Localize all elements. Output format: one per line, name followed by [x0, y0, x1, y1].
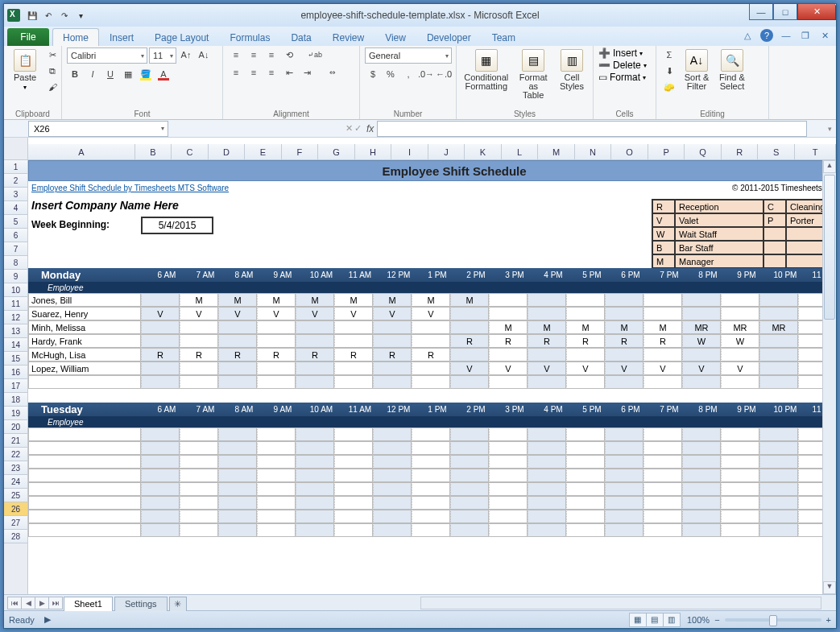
shift-slot[interactable] — [643, 375, 682, 389]
shift-slot[interactable]: R — [373, 348, 412, 361]
close-button[interactable]: ✕ — [797, 4, 836, 20]
shift-slot[interactable] — [373, 375, 412, 389]
shift-slot[interactable] — [218, 441, 257, 455]
shift-slot[interactable]: V — [141, 307, 180, 320]
column-header[interactable]: F — [282, 144, 319, 159]
shift-slot[interactable]: R — [566, 334, 605, 348]
paste-button[interactable]: 📋 Paste ▾ — [9, 48, 41, 93]
column-headers[interactable]: ABCDEFGHIJKLMNOPQRST — [28, 144, 836, 160]
shift-slot[interactable] — [218, 455, 257, 469]
shift-slot[interactable]: M — [643, 320, 682, 334]
shift-slot[interactable] — [528, 469, 566, 482]
week-beginning-date[interactable]: 5/4/2015 — [141, 217, 213, 234]
format-cells-button[interactable]: ▭Format▾ — [598, 72, 646, 83]
orientation-icon[interactable]: ⟲ — [281, 48, 297, 62]
shift-slot[interactable] — [759, 510, 798, 523]
row-header[interactable]: 27 — [4, 516, 27, 530]
shift-slot[interactable]: M — [218, 293, 257, 307]
shift-slot[interactable] — [218, 510, 257, 523]
currency-icon[interactable]: $ — [365, 67, 381, 81]
shift-slot[interactable] — [412, 334, 450, 348]
shift-slot[interactable] — [412, 428, 450, 441]
page-layout-view-icon[interactable]: ▤ — [646, 613, 664, 627]
tab-view[interactable]: View — [374, 28, 416, 46]
column-header[interactable]: A — [28, 144, 135, 159]
shift-slot[interactable] — [141, 482, 180, 496]
sheet-content[interactable]: Employee Shift ScheduleEmployee Shift Sc… — [28, 160, 836, 537]
shift-slot[interactable] — [296, 428, 334, 441]
shift-slot[interactable] — [759, 482, 798, 496]
tab-nav-prev-icon[interactable]: ◀ — [21, 597, 35, 609]
shift-slot[interactable] — [218, 375, 257, 389]
shift-slot[interactable] — [605, 523, 643, 537]
shift-slot[interactable] — [218, 361, 257, 375]
cut-icon[interactable]: ✂ — [44, 48, 60, 62]
comma-icon[interactable]: , — [400, 67, 416, 81]
column-header[interactable]: Q — [685, 144, 722, 159]
enter-formula-icon[interactable]: ✓ — [354, 123, 362, 134]
shift-slot[interactable] — [373, 523, 412, 537]
schedule-row[interactable]: 0 — [28, 375, 836, 389]
align-bottom-icon[interactable]: ≡ — [263, 48, 279, 62]
shift-slot[interactable] — [721, 307, 759, 320]
shift-slot[interactable] — [528, 482, 566, 496]
shift-slot[interactable] — [218, 428, 257, 441]
shift-slot[interactable] — [450, 496, 489, 510]
shift-slot[interactable]: MR — [682, 320, 721, 334]
column-header[interactable]: S — [758, 144, 795, 159]
shift-slot[interactable]: MR — [759, 320, 798, 334]
shift-slot[interactable]: R — [141, 348, 180, 361]
shift-slot[interactable] — [450, 469, 489, 482]
shift-slot[interactable] — [759, 348, 798, 361]
tab-data[interactable]: Data — [280, 28, 321, 46]
shift-slot[interactable] — [643, 523, 682, 537]
shift-slot[interactable] — [450, 441, 489, 455]
shift-slot[interactable] — [257, 482, 296, 496]
company-name-placeholder[interactable]: Insert Company Name Here — [31, 199, 179, 212]
shift-slot[interactable]: V — [180, 307, 218, 320]
shift-slot[interactable]: M — [412, 293, 450, 307]
shift-slot[interactable] — [682, 523, 721, 537]
shift-slot[interactable] — [605, 307, 643, 320]
schedule-row[interactable]: Jones, BillMMMMMMMM8 — [28, 293, 836, 307]
shift-slot[interactable] — [759, 441, 798, 455]
shift-slot[interactable]: M — [296, 293, 334, 307]
border-icon[interactable]: ▦ — [120, 67, 136, 81]
shift-slot[interactable]: R — [643, 334, 682, 348]
employee-name-cell[interactable] — [28, 441, 141, 455]
shift-slot[interactable] — [721, 428, 759, 441]
shift-slot[interactable] — [721, 375, 759, 389]
shift-slot[interactable] — [334, 455, 373, 469]
shift-slot[interactable] — [682, 428, 721, 441]
shift-slot[interactable]: V — [566, 361, 605, 375]
tab-nav-first-icon[interactable]: ⏮ — [7, 597, 22, 609]
shift-slot[interactable] — [296, 482, 334, 496]
schedule-row[interactable]: 0 — [28, 469, 836, 482]
shift-slot[interactable]: M — [489, 320, 528, 334]
shift-slot[interactable]: R — [412, 348, 450, 361]
align-right-icon[interactable]: ≡ — [263, 65, 279, 80]
shift-slot[interactable] — [373, 441, 412, 455]
shift-slot[interactable] — [257, 334, 296, 348]
qat-undo-icon[interactable]: ↶ — [41, 8, 56, 23]
shift-slot[interactable] — [721, 496, 759, 510]
tab-insert[interactable]: Insert — [99, 28, 144, 46]
underline-button[interactable]: U — [102, 67, 118, 81]
shift-slot[interactable] — [218, 320, 257, 334]
tab-review[interactable]: Review — [322, 28, 374, 46]
shift-slot[interactable] — [373, 361, 412, 375]
new-sheet-tab-icon[interactable]: ✳ — [169, 597, 187, 611]
column-header[interactable]: R — [722, 144, 759, 159]
shift-slot[interactable] — [141, 496, 180, 510]
shift-slot[interactable] — [180, 320, 218, 334]
shift-slot[interactable] — [605, 428, 643, 441]
shift-slot[interactable] — [334, 523, 373, 537]
employee-name-cell[interactable] — [28, 523, 141, 537]
shift-slot[interactable] — [257, 441, 296, 455]
shift-slot[interactable] — [566, 375, 605, 389]
schedule-row[interactable]: Lopez, WilliamVVVVVVVV8 — [28, 361, 836, 375]
template-link[interactable]: Employee Shift Schedule by Timesheets MT… — [31, 184, 229, 192]
zoom-level[interactable]: 100% — [687, 615, 710, 625]
row-header[interactable]: 16 — [4, 366, 27, 379]
schedule-row[interactable]: Minh, MelissaMMMMMMRMRMR8 — [28, 320, 836, 334]
